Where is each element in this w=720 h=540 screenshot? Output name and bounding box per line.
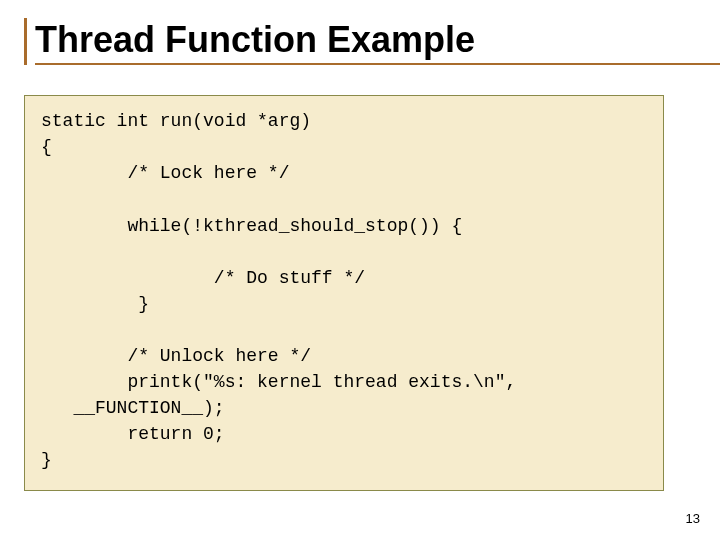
title-wrap: Thread Function Example — [24, 18, 696, 65]
code-line: { — [41, 137, 52, 157]
code-line: } — [41, 294, 149, 314]
code-line: } — [41, 450, 52, 470]
code-line: while(!kthread_should_stop()) { — [41, 216, 462, 236]
code-line: /* Lock here */ — [41, 163, 289, 183]
code-line: static int run(void *arg) — [41, 111, 311, 131]
slide: Thread Function Example static int run(v… — [0, 0, 720, 540]
code-line: printk("%s: kernel thread exits.\n", — [41, 372, 516, 392]
slide-title: Thread Function Example — [35, 18, 475, 61]
code-line: __FUNCTION__); — [41, 398, 225, 418]
code-line: /* Unlock here */ — [41, 346, 311, 366]
code-line: return 0; — [41, 424, 225, 444]
title-underline: Thread Function Example — [35, 18, 720, 65]
code-block: static int run(void *arg) { /* Lock here… — [24, 95, 664, 490]
page-number: 13 — [686, 511, 700, 526]
code-line: /* Do stuff */ — [41, 268, 365, 288]
